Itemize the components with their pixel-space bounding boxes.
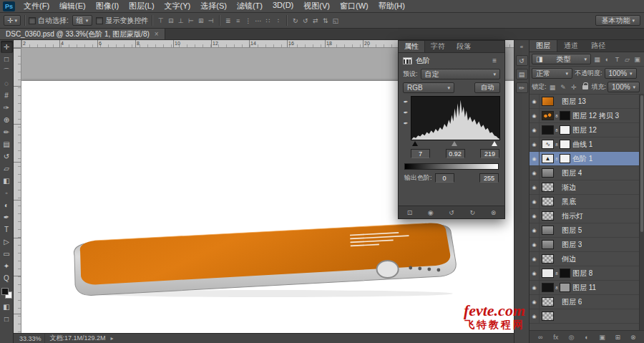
view-previous-state-icon[interactable]: ↺ (447, 208, 457, 217)
crop-tool[interactable]: # (1, 90, 13, 102)
layer-thumbnail[interactable] (542, 97, 554, 106)
shadow-input-slider[interactable] (412, 141, 418, 146)
distribute-vertical-centers-icon[interactable]: ≡ (233, 16, 243, 25)
distribute-horizontal-centers-icon[interactable]: ∷ (263, 16, 273, 25)
visibility-eye-icon[interactable]: ◉ (530, 295, 540, 309)
toggle-visibility-icon[interactable]: ◉ (426, 208, 435, 217)
auto-button[interactable]: 自动 (474, 82, 500, 93)
highlight-input-value[interactable]: 219 (480, 149, 499, 158)
layers-scrollbar[interactable] (639, 95, 644, 330)
lock-all-icon[interactable] (582, 85, 588, 90)
distribute-bottom-edges-icon[interactable]: ⋮ (243, 16, 253, 25)
3d-slide-icon[interactable]: ⇅ (321, 16, 330, 25)
layer-row[interactable]: ◉ (530, 309, 639, 324)
menu-item[interactable]: 文字(Y) (160, 0, 196, 12)
filter-smart-objects-icon[interactable]: ▣ (633, 54, 642, 64)
layer-mask-thumbnail[interactable] (560, 125, 570, 135)
dodge-tool[interactable]: ◐ (1, 199, 13, 211)
new-adjustment-layer-icon[interactable]: ◐ (582, 332, 592, 342)
layer-thumbnail[interactable] (542, 297, 554, 306)
layer-thumbnail[interactable] (542, 311, 554, 321)
filter-type-layers-icon[interactable]: T (613, 54, 622, 64)
lock-transparent-pixels-icon[interactable]: ▦ (548, 82, 557, 92)
workspace-switcher[interactable]: 基本功能 ▾ (595, 15, 640, 26)
panel-tab[interactable]: 字符 (425, 41, 451, 52)
layer-row[interactable]: ◉ 8 图层 8 (530, 266, 639, 281)
visibility-eye-icon[interactable]: ◉ (530, 166, 540, 180)
visibility-eye-icon[interactable]: ◉ (530, 223, 540, 237)
layer-row[interactable]: ◉ 图层 3 (530, 238, 639, 252)
menu-item[interactable]: 窗口(W) (335, 0, 374, 12)
black-point-eyedropper-icon[interactable]: ✒ (404, 100, 409, 105)
lock-image-pixels-icon[interactable]: ✎ (559, 82, 568, 92)
new-layer-icon[interactable]: ⊞ (613, 332, 623, 342)
screen-mode-button[interactable]: □ (1, 313, 13, 325)
history-panel-icon[interactable]: ↺ (516, 55, 528, 66)
close-icon[interactable]: × (155, 30, 159, 38)
layer-row[interactable]: ◉ 8 图层 12 拷贝 3 (530, 109, 639, 123)
white-point-eyedropper-icon[interactable]: ✒ (404, 121, 409, 127)
layer-row[interactable]: ◉ 图层 6 (530, 295, 639, 309)
gray-point-eyedropper-icon[interactable]: ✒ (404, 110, 409, 116)
visibility-eye-icon[interactable]: ◉ (530, 309, 540, 323)
shape-tool[interactable]: ▭ (1, 248, 13, 260)
menu-item[interactable]: 文件(F) (19, 0, 54, 12)
layer-thumbnail[interactable] (542, 125, 554, 135)
menu-item[interactable]: 视图(V) (298, 0, 335, 12)
layer-row[interactable]: ◉ 倒边 (530, 252, 639, 266)
brush-tool[interactable]: ✏ (1, 126, 13, 138)
auto-select-checkbox[interactable] (29, 17, 36, 24)
layer-thumbnail[interactable] (542, 197, 554, 206)
visibility-eye-icon[interactable]: ◉ (530, 266, 540, 280)
menu-item[interactable]: 3D(D) (268, 0, 298, 12)
gradient-tool[interactable]: ◧ (1, 175, 13, 187)
align-vertical-centers-icon[interactable]: ⊟ (166, 16, 175, 25)
3d-drag-icon[interactable]: ⇄ (311, 16, 320, 25)
auto-select-target-dropdown[interactable]: 组 ▾ (72, 15, 93, 26)
document-tab[interactable]: DSC_0360.psd @ 33.3%(色阶 1, 图层蒙版/8) × (0, 29, 165, 39)
visibility-eye-icon[interactable]: ◉ (530, 152, 540, 165)
3d-rotate-icon[interactable]: ↻ (291, 16, 300, 25)
link-layers-icon[interactable]: ∞ (536, 332, 545, 342)
menu-item[interactable]: 图层(L) (124, 0, 159, 12)
align-bottom-edges-icon[interactable]: ⊥ (176, 16, 185, 25)
show-transform-checkbox[interactable] (96, 17, 103, 24)
panel-tab[interactable]: 通道 (557, 40, 585, 52)
quick-mask-button[interactable]: ◧ (1, 301, 13, 313)
layer-row[interactable]: ◉ 指示灯 (530, 209, 639, 223)
layer-thumbnail[interactable] (542, 269, 554, 278)
lasso-tool[interactable]: ⌒ (1, 65, 13, 77)
new-group-icon[interactable]: ▣ (597, 332, 607, 342)
align-horizontal-centers-icon[interactable]: ⊞ (196, 16, 205, 25)
layer-mask-thumbnail[interactable] (560, 140, 570, 149)
visibility-eye-icon[interactable]: ◉ (530, 109, 540, 122)
blur-tool[interactable]: ◦ (1, 187, 13, 199)
adjustments-panel-icon[interactable]: ▤ (516, 69, 528, 79)
layer-styles-icon[interactable]: fx (551, 332, 560, 342)
visibility-eye-icon[interactable]: ◉ (530, 180, 540, 194)
hand-tool[interactable]: ✦ (1, 260, 13, 272)
layer-thumbnail[interactable] (542, 211, 554, 221)
brush-panel-icon[interactable]: ✏ (516, 82, 528, 93)
align-top-edges-icon[interactable]: ⊤ (156, 16, 165, 25)
visibility-eye-icon[interactable]: ◉ (530, 252, 540, 266)
output-high-value[interactable]: 255 (479, 173, 499, 183)
menu-item[interactable]: 选择(S) (195, 0, 232, 12)
layer-mask-thumbnail[interactable] (560, 283, 570, 292)
marquee-tool[interactable]: □ (1, 53, 13, 65)
pen-tool[interactable]: ✒ (1, 211, 13, 223)
tool-preset-dropdown[interactable]: ✛ ▾ (4, 15, 21, 26)
layer-thumbnail[interactable] (542, 240, 554, 249)
healing-brush-tool[interactable]: ⊕ (1, 114, 13, 126)
distribute-right-edges-icon[interactable]: ∶ (273, 16, 283, 25)
layer-thumbnail[interactable] (542, 111, 554, 120)
clone-stamp-tool[interactable]: ▤ (1, 138, 13, 150)
lock-position-icon[interactable]: ✛ (570, 82, 579, 92)
filter-adjustment-layers-icon[interactable]: ◐ (602, 54, 612, 64)
type-tool[interactable]: T (1, 223, 13, 236)
shadow-input-value[interactable]: 7 (411, 149, 430, 158)
move-tool[interactable]: ✛ (1, 41, 13, 53)
layer-row[interactable]: ◉ 黑底 (530, 195, 639, 209)
visibility-eye-icon[interactable]: ◉ (530, 195, 540, 208)
layer-thumbnail[interactable] (542, 168, 554, 178)
